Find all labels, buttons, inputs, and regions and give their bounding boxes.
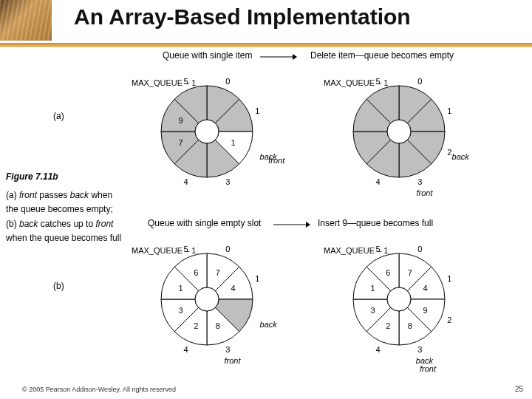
cap-c: passes [37, 190, 70, 200]
svg-point-15 [387, 120, 411, 143]
svg-text:1: 1 [370, 284, 375, 293]
svg-text:5: 5 [184, 77, 188, 86]
header-rule [0, 43, 532, 47]
cap-a: (a) [6, 190, 19, 200]
svg-text:5: 5 [376, 245, 381, 253]
svg-text:9: 9 [423, 306, 427, 315]
wheel-b-right: MAX_QUEUE – 174982316012345frontback [318, 233, 480, 381]
slide-title: An Array-Based Implementation [74, 4, 411, 30]
svg-text:back: back [260, 152, 278, 161]
svg-text:front: front [416, 188, 433, 197]
svg-text:3: 3 [225, 177, 230, 186]
mark-b: (b) [53, 281, 64, 291]
svg-text:7: 7 [408, 268, 412, 277]
svg-text:4: 4 [423, 284, 427, 293]
svg-text:1: 1 [255, 106, 259, 115]
svg-text:3: 3 [225, 345, 230, 354]
svg-text:1: 1 [231, 138, 235, 147]
page-number: 25 [515, 385, 523, 393]
wheel-b-left: MAX_QUEUE – 1748231601345frontback [126, 233, 288, 381]
svg-text:9: 9 [178, 116, 183, 125]
svg-text:5: 5 [376, 77, 381, 86]
mark-a: (a) [53, 111, 64, 121]
label-bot-right: Insert 9—queue becomes full [318, 218, 433, 228]
wheel-a-left: MAX_QUEUE – 117901345frontback [126, 65, 288, 213]
svg-text:7: 7 [216, 268, 220, 277]
svg-text:3: 3 [417, 177, 422, 186]
svg-text:2: 2 [386, 321, 390, 330]
svg-point-43 [387, 287, 411, 311]
svg-point-3 [195, 120, 219, 143]
svg-text:3: 3 [417, 345, 422, 354]
svg-text:1: 1 [447, 106, 451, 115]
svg-text:0: 0 [225, 77, 230, 86]
svg-text:front: front [420, 364, 437, 373]
cap-c2: catches up to [41, 219, 96, 229]
arrow-icon [273, 221, 310, 228]
wheel-a-right: MAX_QUEUE – 1012345frontback [318, 65, 480, 213]
svg-text:0: 0 [417, 245, 422, 253]
svg-text:4: 4 [231, 284, 235, 293]
svg-text:6: 6 [194, 268, 198, 277]
svg-text:2: 2 [447, 148, 451, 157]
svg-text:0: 0 [417, 77, 422, 86]
svg-text:4: 4 [184, 345, 188, 354]
svg-text:3: 3 [178, 306, 183, 315]
svg-text:2: 2 [194, 321, 198, 330]
svg-text:8: 8 [216, 321, 220, 330]
svg-text:8: 8 [408, 321, 412, 330]
copyright: © 2005 Pearson Addison-Wesley. All right… [22, 386, 176, 393]
svg-text:4: 4 [376, 345, 381, 354]
svg-text:4: 4 [376, 177, 381, 186]
cap-front1: front [19, 190, 37, 200]
svg-text:1: 1 [178, 284, 183, 293]
svg-text:back: back [416, 356, 434, 365]
svg-text:7: 7 [178, 138, 183, 147]
svg-text:5: 5 [184, 245, 188, 253]
label-bot-left: Queue with single empty slot [148, 218, 261, 228]
svg-text:front: front [224, 356, 241, 365]
figure-area: Queue with single item Delete item—queue… [96, 52, 532, 377]
arrow-icon [260, 53, 297, 61]
svg-text:back: back [260, 320, 278, 329]
cap-back1: back [70, 190, 89, 200]
svg-text:back: back [452, 152, 470, 161]
svg-text:2: 2 [447, 316, 451, 324]
cap-b: (b) [6, 219, 19, 229]
svg-text:4: 4 [184, 177, 188, 186]
svg-marker-25 [306, 222, 310, 228]
label-top-left: Queue with single item [163, 50, 252, 61]
svg-text:1: 1 [255, 274, 259, 283]
svg-text:1: 1 [447, 274, 451, 283]
svg-marker-1 [293, 54, 297, 60]
corner-decoration [0, 0, 52, 41]
svg-text:6: 6 [386, 268, 390, 277]
label-top-right: Delete item—queue becomes empty [310, 50, 454, 61]
svg-text:0: 0 [225, 245, 230, 253]
svg-point-27 [195, 287, 219, 311]
cap-back2: back [19, 219, 41, 229]
svg-text:3: 3 [370, 306, 375, 315]
